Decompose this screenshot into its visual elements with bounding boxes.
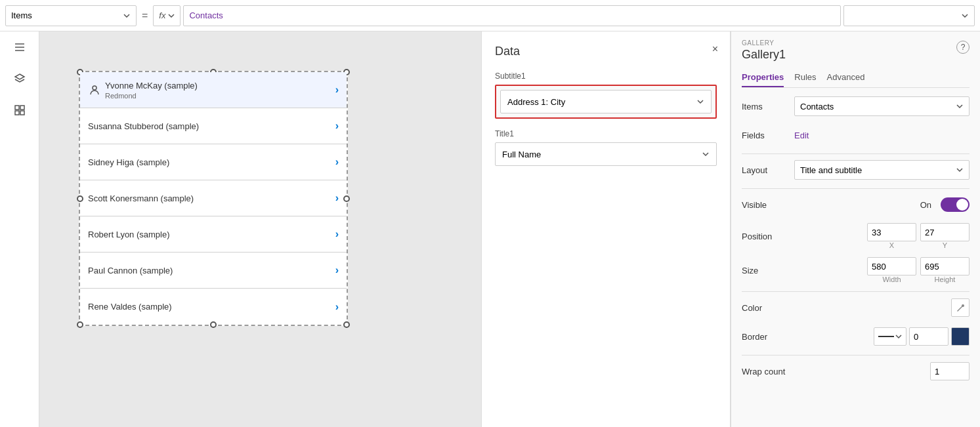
chevron-down-icon bbox=[168, 12, 175, 19]
layout-dropdown-value: Title and subtitle bbox=[800, 165, 862, 175]
border-prop-value bbox=[794, 327, 969, 346]
chevron-down-icon bbox=[696, 98, 704, 106]
gallery-item-content: Robert Lyon (sample) bbox=[88, 230, 335, 239]
size-prop-label: Size bbox=[742, 266, 794, 275]
border-width-input[interactable] bbox=[909, 327, 948, 346]
gallery-item-title: Sidney Higa (sample) bbox=[88, 157, 335, 167]
svg-rect-7 bbox=[20, 111, 24, 115]
color-prop-value bbox=[794, 298, 969, 317]
size-width-group: Width bbox=[867, 257, 916, 283]
layers-icon bbox=[13, 72, 26, 85]
fx-button[interactable]: fx bbox=[153, 5, 181, 26]
gallery-name: Gallery1 bbox=[742, 48, 969, 62]
sidebar-item-components[interactable] bbox=[9, 100, 30, 121]
size-width-input[interactable] bbox=[867, 257, 916, 275]
chevron-down-icon bbox=[895, 333, 902, 340]
wrap-count-row: Wrap count bbox=[742, 361, 969, 382]
title1-label: Title1 bbox=[495, 129, 717, 138]
layout-prop-value: Title and subtitle bbox=[794, 160, 969, 180]
tab-rules[interactable]: Rules bbox=[794, 68, 816, 87]
position-prop-value: X Y bbox=[794, 223, 969, 249]
svg-marker-3 bbox=[15, 74, 24, 79]
items-dropdown-label: Items bbox=[11, 10, 117, 20]
components-icon bbox=[13, 104, 26, 117]
subtitle1-label: Subtitle1 bbox=[495, 71, 717, 81]
items-dropdown[interactable]: Contacts bbox=[794, 96, 969, 116]
position-y-group: Y bbox=[920, 223, 969, 249]
position-y-input[interactable] bbox=[920, 223, 969, 241]
gallery-item-content: Scott Konersmann (sample) bbox=[88, 193, 335, 203]
gallery-chevron: › bbox=[335, 301, 339, 313]
data-panel-title: Data bbox=[495, 45, 717, 58]
chevron-down-icon bbox=[956, 166, 964, 174]
gallery-item-subtitle: Redmond bbox=[105, 92, 335, 100]
gallery-item[interactable]: Scott Konersmann (sample) › bbox=[80, 180, 347, 216]
gallery-chevron: › bbox=[335, 192, 339, 204]
layout-row: Layout Title and subtitle bbox=[742, 159, 969, 180]
gallery-item[interactable]: Susanna Stubberod (sample) › bbox=[80, 108, 347, 144]
items-dropdown[interactable]: Items bbox=[5, 5, 137, 26]
formula-bar[interactable]: Contacts bbox=[183, 5, 841, 26]
main-layout: Yvonne McKay (sample) Redmond › Susanna … bbox=[0, 31, 980, 427]
fields-edit-link[interactable]: Edit bbox=[794, 131, 809, 140]
size-height-input[interactable] bbox=[920, 257, 969, 275]
fields-row: Fields Edit bbox=[742, 125, 969, 146]
wrap-count-input[interactable] bbox=[930, 362, 969, 380]
sidebar-item-menu[interactable] bbox=[9, 37, 30, 58]
border-style-dropdown[interactable] bbox=[874, 327, 906, 346]
equals-sign: = bbox=[142, 10, 148, 22]
canvas-area[interactable]: Yvonne McKay (sample) Redmond › Susanna … bbox=[39, 31, 481, 427]
visible-toggle[interactable] bbox=[941, 197, 969, 212]
right-dropdown[interactable] bbox=[843, 5, 975, 26]
chevron-down-icon bbox=[702, 150, 710, 158]
position-x-input[interactable] bbox=[867, 223, 916, 241]
items-row: Items Contacts bbox=[742, 96, 969, 117]
color-swatch[interactable] bbox=[951, 298, 969, 317]
gallery-chevron: › bbox=[335, 156, 339, 168]
title1-select[interactable]: Full Name bbox=[495, 142, 717, 166]
gallery-item[interactable]: Robert Lyon (sample) › bbox=[80, 216, 347, 253]
top-bar: Items = fx Contacts bbox=[0, 0, 980, 31]
wrap-count-prop-value bbox=[794, 362, 969, 380]
sidebar-item-layers[interactable] bbox=[9, 68, 30, 89]
svg-rect-5 bbox=[20, 106, 24, 110]
gallery-item[interactable]: Rene Valdes (sample) › bbox=[80, 289, 347, 325]
tab-properties[interactable]: Properties bbox=[742, 68, 784, 87]
position-row: Position X Y bbox=[742, 223, 969, 249]
border-line bbox=[878, 336, 894, 337]
chevron-down-icon bbox=[956, 102, 964, 110]
divider bbox=[742, 153, 969, 154]
gallery-item[interactable]: Paul Cannon (sample) › bbox=[80, 253, 347, 289]
gallery-widget[interactable]: Yvonne McKay (sample) Redmond › Susanna … bbox=[79, 71, 348, 326]
visible-on-label: On bbox=[920, 200, 931, 210]
title1-value: Full Name bbox=[502, 150, 541, 159]
tab-advanced[interactable]: Advanced bbox=[827, 68, 865, 87]
subtitle1-select[interactable]: Address 1: City bbox=[500, 90, 712, 113]
svg-point-8 bbox=[93, 86, 96, 90]
visible-row: Visible On bbox=[742, 194, 969, 215]
items-dropdown-value: Contacts bbox=[800, 102, 834, 112]
chevron-down-icon bbox=[961, 12, 969, 20]
gallery-item[interactable]: Yvonne McKay (sample) Redmond › bbox=[80, 72, 347, 108]
gallery-item-content: Paul Cannon (sample) bbox=[88, 266, 335, 275]
layout-prop-label: Layout bbox=[742, 165, 794, 175]
gallery-item-content: Rene Valdes (sample) bbox=[88, 302, 335, 312]
layout-dropdown[interactable]: Title and subtitle bbox=[794, 160, 969, 180]
data-panel-close-button[interactable]: × bbox=[712, 43, 718, 55]
size-height-group: Height bbox=[920, 257, 969, 283]
border-row: Border bbox=[742, 326, 969, 347]
help-icon[interactable]: ? bbox=[956, 41, 969, 54]
items-prop-label: Items bbox=[742, 102, 794, 112]
position-inputs: X Y bbox=[867, 223, 969, 249]
border-color-swatch[interactable] bbox=[951, 327, 969, 346]
height-label: Height bbox=[935, 275, 956, 283]
divider bbox=[742, 291, 969, 292]
width-label: Width bbox=[882, 275, 901, 283]
help-label: ? bbox=[961, 43, 966, 52]
person-icon bbox=[89, 84, 100, 96]
gallery-item[interactable]: Sidney Higa (sample) › bbox=[80, 144, 347, 180]
fx-label: fx bbox=[159, 10, 165, 20]
svg-rect-6 bbox=[15, 111, 19, 115]
svg-point-9 bbox=[962, 304, 964, 307]
visible-prop-label: Visible bbox=[742, 200, 794, 210]
